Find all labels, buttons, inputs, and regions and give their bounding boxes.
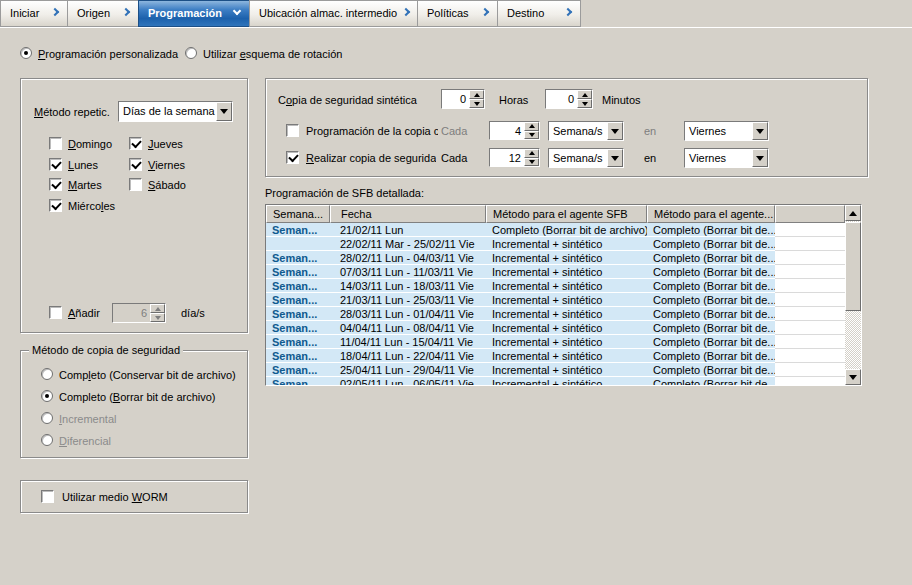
weekday-item[interactable]: Viernes <box>129 158 209 172</box>
tab-label: Destino <box>507 7 544 19</box>
sfb-table-row[interactable]: Seman... 28/03/11 Lun - 01/04/11 Vie Inc… <box>266 307 845 321</box>
arrow-up-icon <box>529 151 535 155</box>
column-header-date[interactable]: Fecha <box>330 205 486 223</box>
add-days-value: 6 <box>113 304 150 322</box>
worm-groupbox: Utilizar medio WORM <box>20 480 248 513</box>
weekday-label: Lunes <box>68 159 98 171</box>
backup-method-radio[interactable] <box>41 390 53 402</box>
sfb-table-label: Programación de SFB detallada: <box>265 187 424 199</box>
weekday-value: Viernes <box>685 122 752 140</box>
custom-schedule-radio[interactable] <box>20 47 32 59</box>
rotation-scheme-radio[interactable] <box>185 47 197 59</box>
weekday-item[interactable]: Miércoles <box>49 199 129 213</box>
sfb-table-row[interactable]: Seman... 21/03/11 Lun - 25/03/11 Vie Inc… <box>266 293 845 307</box>
sfb-table-row[interactable]: Seman... 11/04/11 Lun - 15/04/11 Vie Inc… <box>266 335 845 349</box>
spin-up-button[interactable] <box>524 122 539 131</box>
sfb-table-row[interactable]: Seman... 25/04/11 Lun - 29/04/11 Vie Inc… <box>266 363 845 377</box>
sfb-table-header: Semana... Fecha Método para el agente SF… <box>266 205 845 223</box>
chevron-icon <box>564 8 572 16</box>
cell-agent-method: Completo (Borrar bit de... <box>647 307 775 321</box>
vertical-scrollbar[interactable] <box>845 205 861 385</box>
spin-up-button[interactable] <box>524 149 539 158</box>
cell-agent-method: Completo (Borrar bit de... <box>647 349 775 363</box>
weekday-combobox[interactable]: Viernes <box>684 121 769 141</box>
rotation-scheme-label: Utilizar esquema de rotación <box>203 48 342 60</box>
interval-unit-combobox[interactable]: Semana/s <box>548 121 624 141</box>
scrollbar-track[interactable] <box>845 221 861 369</box>
weekday-checkbox[interactable] <box>129 178 142 191</box>
interval-unit-combobox[interactable]: Semana/s <box>548 148 624 168</box>
backup-method-radio[interactable] <box>41 434 53 446</box>
cell-agent-method: Completo (Borrar bit de... <box>647 251 775 265</box>
combo-dropdown-button[interactable] <box>607 122 623 140</box>
sfb-table-row[interactable]: Seman... 21/02/11 Lun Completo (Borrar b… <box>266 223 845 237</box>
backup-method-radio[interactable] <box>41 368 53 380</box>
interval-spinner[interactable]: 12 <box>489 148 540 167</box>
weekday-checkbox[interactable] <box>49 158 62 171</box>
sfb-table-row[interactable]: Seman... 02/05/11 Lun - 06/05/11 Vie Inc… <box>266 377 845 385</box>
wizard-tab[interactable]: Iniciar <box>0 0 68 27</box>
column-header-sfb-method[interactable]: Método para el agente SFB <box>486 205 647 223</box>
cell-sfb-method: Incremental + sintético <box>486 265 647 279</box>
column-header-agent-method[interactable]: Método para el agente... <box>647 205 775 223</box>
schedule-row-checkbox[interactable] <box>286 124 299 137</box>
weekday-item[interactable]: Martes <box>49 178 129 192</box>
sfb-table-row[interactable]: Seman... 18/04/11 Lun - 22/04/11 Vie Inc… <box>266 349 845 363</box>
sfb-table-row[interactable]: Seman... 04/04/11 Lun - 08/04/11 Vie Inc… <box>266 321 845 335</box>
cell-empty <box>775 307 845 321</box>
combo-dropdown-button[interactable] <box>607 149 623 167</box>
cell-week: Seman... <box>266 321 330 335</box>
sfb-table-row[interactable]: Seman... 07/03/11 Lun - 11/03/11 Vie Inc… <box>266 265 845 279</box>
weekday-item[interactable]: Sábado <box>129 178 209 192</box>
wizard-tab[interactable]: Origen <box>67 0 139 27</box>
schedule-row-checkbox[interactable] <box>286 151 299 164</box>
weekday-checkbox[interactable] <box>49 137 62 150</box>
scroll-up-button[interactable] <box>845 205 861 221</box>
wizard-tab[interactable]: Programación <box>138 0 250 27</box>
weekday-combobox[interactable]: Viernes <box>684 148 769 168</box>
cell-agent-method: Completo (Borrar bit de... <box>647 223 775 237</box>
spin-down-button[interactable] <box>524 158 539 167</box>
weekday-checkbox[interactable] <box>49 178 62 191</box>
spin-down-button[interactable] <box>150 313 165 322</box>
interval-spinner[interactable]: 4 <box>489 121 540 140</box>
sfb-table-row[interactable]: Seman... 28/02/11 Lun - 04/03/11 Vie Inc… <box>266 251 845 265</box>
column-header-empty[interactable] <box>775 205 845 223</box>
add-days-checkbox[interactable] <box>49 306 62 319</box>
chevron-icon <box>51 8 59 16</box>
weekday-label: Miércoles <box>68 200 115 212</box>
wizard-tab[interactable]: Políticas <box>417 0 498 27</box>
tab-label: Iniciar <box>10 7 39 19</box>
wizard-tab[interactable]: Destino <box>497 0 581 27</box>
cell-empty <box>775 251 845 265</box>
interval-unit-value: Semana/s <box>549 149 607 167</box>
combo-dropdown-button[interactable] <box>216 102 232 121</box>
cell-week: Seman... <box>266 363 330 377</box>
weekday-checkbox[interactable] <box>49 199 62 212</box>
sfb-table-row[interactable]: 22/02/11 Mar - 25/02/11 Vie Incremental … <box>266 237 845 251</box>
weekday-checkbox[interactable] <box>129 137 142 150</box>
backup-method-radio[interactable] <box>41 412 53 424</box>
column-header-week[interactable]: Semana... <box>266 205 330 223</box>
cell-empty <box>775 321 845 335</box>
combo-dropdown-button[interactable] <box>752 149 768 167</box>
repeat-method-combobox[interactable]: Días de la semana <box>118 101 233 122</box>
scroll-down-button[interactable] <box>845 369 861 385</box>
chevron-down-icon <box>220 109 228 114</box>
spin-down-button[interactable] <box>524 131 539 140</box>
wizard-tab[interactable]: Ubicación almac. intermedio <box>249 0 418 27</box>
arrow-up-icon <box>849 211 857 216</box>
spin-up-button[interactable] <box>150 304 165 313</box>
scrollbar-thumb[interactable] <box>845 222 861 311</box>
sfb-table-row[interactable]: Seman... 14/03/11 Lun - 18/03/11 Vie Inc… <box>266 279 845 293</box>
weekday-checkbox[interactable] <box>129 158 142 171</box>
weekday-item[interactable]: Jueves <box>129 137 209 151</box>
chevron-icon <box>402 8 410 16</box>
chevron-down-icon <box>756 156 764 161</box>
weekday-item[interactable]: Domingo <box>49 137 129 151</box>
weekday-value: Viernes <box>685 149 752 167</box>
combo-dropdown-button[interactable] <box>752 122 768 140</box>
worm-checkbox[interactable] <box>41 490 54 503</box>
add-days-spinner[interactable]: 6 <box>112 303 166 323</box>
weekday-item[interactable]: Lunes <box>49 158 129 172</box>
